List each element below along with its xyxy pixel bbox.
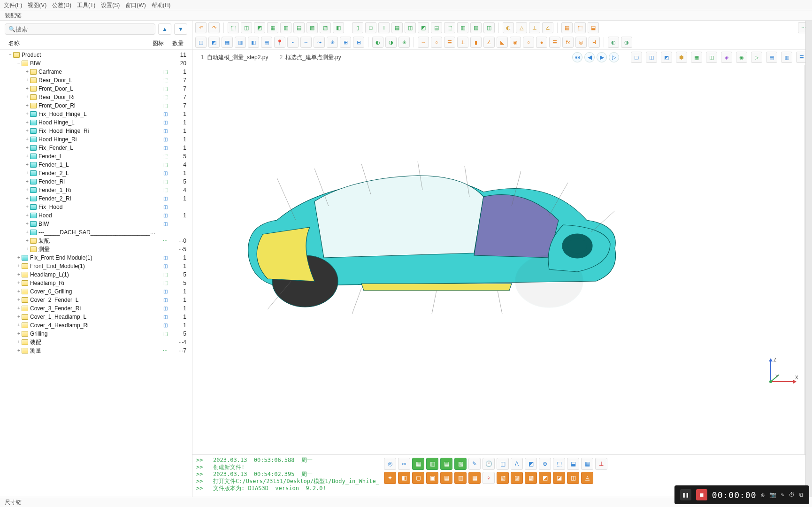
p-a3[interactable]: ▦ (412, 458, 424, 470)
t2-c9[interactable]: ○ (523, 37, 534, 48)
p-b10[interactable]: ▨ (511, 472, 523, 484)
expander-icon[interactable]: + (24, 110, 30, 118)
t2-a3[interactable]: ▦ (222, 37, 233, 48)
expander-icon[interactable]: + (16, 279, 22, 287)
expander-icon[interactable]: + (24, 144, 30, 152)
p-a14[interactable]: ⬓ (567, 458, 579, 470)
t2-a13[interactable]: ⊟ (353, 37, 364, 48)
t2-d1[interactable]: ◐ (608, 37, 619, 48)
expander-icon[interactable]: + (24, 194, 30, 203)
tree-node[interactable]: +Fender_2_Ri◫1 (4, 194, 188, 203)
expander-icon[interactable]: + (16, 296, 22, 304)
expander-icon[interactable]: + (24, 152, 30, 161)
tool-a7[interactable]: ▨ (306, 22, 318, 33)
tree-node[interactable]: +Hood◫1 (4, 211, 188, 220)
expander-icon[interactable]: + (16, 330, 22, 338)
t2-a9[interactable]: → (300, 37, 312, 48)
tool-c3[interactable]: ⊥ (529, 22, 540, 33)
p-b1[interactable]: ✦ (384, 472, 396, 484)
menu-set[interactable]: 设置(S) (101, 1, 120, 8)
p-a15[interactable]: ▦ (581, 458, 593, 470)
tool-b7[interactable]: ▤ (431, 22, 442, 33)
t2-c8[interactable]: ◉ (510, 37, 521, 48)
tool-d2[interactable]: ⬚ (575, 22, 586, 33)
tree-node[interactable]: +Front_Door_Ri⬚7 (4, 101, 188, 110)
view-3[interactable]: ◩ (661, 52, 672, 63)
tree-node[interactable]: +Cover_2_Fender_L◫1 (4, 296, 188, 304)
t2-a1[interactable]: ◫ (195, 37, 207, 48)
tree-node[interactable]: +Front_End_Module(1)◫1 (4, 262, 188, 270)
down-button[interactable]: ▼ (174, 23, 187, 35)
tree-node[interactable]: −BIW20 (4, 59, 188, 68)
p-b12[interactable]: ◩ (539, 472, 551, 484)
expander-icon[interactable]: + (16, 287, 22, 296)
t2-c2[interactable]: ○ (431, 37, 442, 48)
tree-node[interactable]: +Cover_3_Fender_Ri◫1 (4, 304, 188, 313)
tree-node[interactable]: +Fender_Ri⬚5 (4, 177, 188, 186)
expander-icon[interactable]: + (24, 245, 30, 254)
tree-node[interactable]: +Fender_1_L⬚4 (4, 161, 188, 169)
tool-a9[interactable]: ◧ (333, 22, 344, 33)
tree-node[interactable]: +Carframe⬚1 (4, 68, 188, 76)
tree-node[interactable]: +Rear_Door_Ri⬚7 (4, 93, 188, 101)
recorder-pause[interactable]: ❚❚ (680, 489, 691, 500)
t2-c7[interactable]: ◣ (497, 37, 508, 48)
tree-node[interactable]: +Cover_0_Grilling◫1 (4, 287, 188, 296)
view-9[interactable]: ▷ (751, 52, 762, 63)
t2-c1[interactable]: → (418, 37, 429, 48)
view-2[interactable]: ◫ (646, 52, 657, 63)
recorder-stop[interactable]: ■ (696, 489, 707, 500)
t2-a6[interactable]: ▤ (261, 37, 272, 48)
tree-node[interactable]: +Fix_Hood_Hinge_Ri◫1 (4, 127, 188, 135)
t2-d2[interactable]: ◑ (621, 37, 632, 48)
view-10[interactable]: ▤ (766, 52, 777, 63)
expander-icon[interactable]: + (16, 254, 22, 262)
view-5[interactable]: ▦ (691, 52, 702, 63)
p-a2[interactable]: ∞ (398, 458, 410, 470)
expander-icon[interactable]: + (24, 169, 30, 177)
expander-icon[interactable]: + (24, 76, 30, 84)
view-11[interactable]: ▥ (781, 52, 792, 63)
tab-1[interactable]: 1自动建模_测量_step2.py (197, 53, 272, 62)
tool-a3[interactable]: ◩ (254, 22, 265, 33)
tree-node[interactable]: +Hood Hinge_L◫1 (4, 118, 188, 127)
nav-next[interactable]: ▶ (597, 52, 607, 62)
tree[interactable]: −Product11−BIW20+Carframe⬚1+Rear_Door_L⬚… (0, 50, 192, 497)
tool-c1[interactable]: ◐ (503, 22, 514, 33)
tool-b6[interactable]: ◩ (418, 22, 429, 33)
tool-c4[interactable]: ∠ (542, 22, 553, 33)
view-7[interactable]: ◈ (721, 52, 732, 63)
t2-a10[interactable]: ⤳ (314, 37, 325, 48)
expander-icon[interactable]: + (16, 313, 22, 321)
menu-help[interactable]: 帮助(H) (152, 1, 171, 8)
p-b2[interactable]: ◧ (398, 472, 410, 484)
tool-b9[interactable]: ▥ (457, 22, 468, 33)
tree-node[interactable]: +Fix_Hood◫ (4, 203, 188, 211)
p-b6[interactable]: ▥ (454, 472, 467, 484)
t2-b2[interactable]: ◑ (385, 37, 397, 48)
t2-a5[interactable]: ◧ (248, 37, 259, 48)
view-8[interactable]: ◉ (736, 52, 747, 63)
expander-icon[interactable]: + (24, 161, 30, 169)
p-b14[interactable]: ◫ (567, 472, 579, 484)
view-6[interactable]: ◫ (706, 52, 717, 63)
t2-c5[interactable]: ▮ (470, 37, 482, 48)
p-b5[interactable]: ▤ (440, 472, 452, 484)
p-b11[interactable]: ▩ (525, 472, 537, 484)
tool-b3[interactable]: T (378, 22, 390, 33)
tool-d1[interactable]: ▦ (561, 22, 573, 33)
recorder-camera-icon[interactable]: 📷 (769, 492, 776, 498)
up-button[interactable]: ▲ (158, 23, 171, 35)
nav-first[interactable]: ⏮ (572, 52, 582, 62)
recorder-clock-icon[interactable]: ⏱ (789, 492, 795, 498)
t2-a2[interactable]: ◩ (208, 37, 220, 48)
expander-icon[interactable]: + (24, 135, 30, 144)
expander-icon[interactable]: + (16, 346, 22, 355)
tree-node[interactable]: +Fix_Fender_L◫1 (4, 144, 188, 152)
tool-d3[interactable]: ⬓ (588, 22, 599, 33)
expander-icon[interactable]: + (16, 262, 22, 270)
axis-gizmo[interactable]: Z X Y (761, 356, 799, 389)
view-1[interactable]: ▢ (631, 52, 642, 63)
tree-node[interactable]: +Headlamp_Ri⬚5 (4, 279, 188, 287)
expander-icon[interactable]: + (24, 84, 30, 93)
